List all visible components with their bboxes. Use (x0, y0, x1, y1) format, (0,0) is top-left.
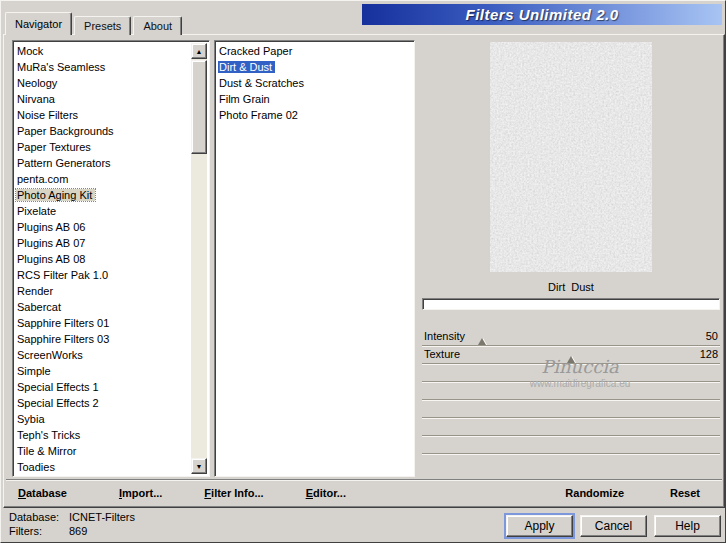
filter-list-items: Cracked PaperDirt & DustDust & Scratches… (218, 43, 411, 123)
category-item[interactable]: RCS Filter Pak 1.0 (16, 267, 190, 283)
category-item[interactable]: Noise Filters (16, 107, 190, 123)
help-button[interactable]: Help (654, 515, 721, 537)
status-bar: Database: ICNET-Filters Filters: 869 App… (1, 506, 725, 542)
database-label: Database: (9, 510, 69, 524)
tool-buttons-right: RandomizeReset (565, 487, 722, 499)
category-item[interactable]: Plugins AB 07 (16, 235, 190, 251)
status-info: Database: ICNET-Filters Filters: 869 (9, 510, 135, 538)
slider-row-intensity[interactable]: Intensity50 (422, 328, 720, 346)
category-list-items: MockMuRa's SeamlessNeologyNirvanaNoise F… (16, 43, 190, 475)
category-item[interactable]: Plugins AB 08 (16, 251, 190, 267)
category-item[interactable]: Sybia (16, 411, 190, 427)
filters-count-label: Filters: (9, 524, 69, 538)
category-item[interactable]: Plugins AB 06 (16, 219, 190, 235)
window-titlebar: Filters Unlimited 2.0 (362, 4, 722, 25)
slider-row-empty (422, 436, 720, 454)
cancel-button[interactable]: Cancel (580, 515, 647, 537)
slider-row-empty (422, 382, 720, 400)
category-item[interactable]: Sabercat (16, 299, 190, 315)
tab-presets[interactable]: Presets (74, 16, 131, 35)
category-item[interactable]: Simple (16, 363, 190, 379)
slider-row-texture[interactable]: Texture128 (422, 346, 720, 364)
down-arrow-icon: ▼ (196, 463, 203, 470)
category-item[interactable]: Teph's Tricks (16, 427, 190, 443)
filter-item[interactable]: Film Grain (218, 91, 411, 107)
preview-panel: Dirt Dust Intensity50Texture128 Pinuccia… (420, 40, 722, 480)
filter-item[interactable]: Cracked Paper (218, 43, 411, 59)
randomize-button[interactable]: Randomize (565, 487, 624, 499)
progress-bar (422, 298, 720, 310)
apply-button[interactable]: Apply (506, 515, 573, 537)
slider-value: 128 (700, 348, 718, 360)
category-scrollbar[interactable]: ▲ ▼ (191, 43, 207, 474)
database-button[interactable]: Database (18, 487, 67, 499)
slider-label: Texture (424, 348, 460, 360)
category-item[interactable]: Special Effects 1 (16, 379, 190, 395)
tab-about[interactable]: About (133, 16, 182, 35)
slider-row-empty (422, 418, 720, 436)
slider-value: 50 (706, 330, 718, 342)
category-item[interactable]: penta.com (16, 171, 190, 187)
filters-unlimited-window: Filters Unlimited 2.0 Navigator Presets … (0, 0, 726, 543)
filters-count-value: 869 (69, 524, 87, 538)
tool-row: DatabaseImport...Filter Info...Editor...… (6, 479, 722, 505)
category-item[interactable]: Pattern Generators (16, 155, 190, 171)
preview-caption: Dirt Dust (420, 281, 722, 293)
import-button[interactable]: Import... (119, 487, 162, 499)
filter-info-button[interactable]: Filter Info... (204, 487, 263, 499)
tool-buttons-left: DatabaseImport...Filter Info...Editor... (6, 487, 346, 499)
slider-label: Intensity (424, 330, 465, 342)
category-item[interactable]: Neology (16, 75, 190, 91)
category-item[interactable]: Nirvana (16, 91, 190, 107)
dialog-buttons: Apply Cancel Help (506, 515, 721, 537)
slider-row-empty (422, 400, 720, 418)
filter-item[interactable]: Dirt & Dust (218, 59, 411, 75)
category-item[interactable]: Pixelate (16, 203, 190, 219)
category-item[interactable]: Mock (16, 43, 190, 59)
database-value: ICNET-Filters (69, 510, 135, 524)
category-item[interactable]: ScreenWorks (16, 347, 190, 363)
preview-image (490, 42, 652, 272)
tab-navigator[interactable]: Navigator (5, 12, 72, 35)
category-item[interactable]: MuRa's Seamless (16, 59, 190, 75)
category-item[interactable]: Paper Textures (16, 139, 190, 155)
window-title: Filters Unlimited 2.0 (465, 6, 618, 23)
scroll-down-button[interactable]: ▼ (191, 458, 207, 474)
slider-controls: Intensity50Texture128 (422, 328, 720, 454)
tab-strip: Navigator Presets About (5, 12, 184, 35)
category-item[interactable]: Special Effects 2 (16, 395, 190, 411)
category-item[interactable]: Render (16, 283, 190, 299)
filter-list[interactable]: Cracked PaperDirt & DustDust & Scratches… (214, 40, 415, 477)
filter-item[interactable]: Dust & Scratches (218, 75, 411, 91)
category-item[interactable]: Tile & Mirror (16, 443, 190, 459)
category-list[interactable]: MockMuRa's SeamlessNeologyNirvanaNoise F… (12, 40, 210, 477)
scroll-up-button[interactable]: ▲ (191, 43, 207, 59)
category-item[interactable]: Paper Backgrounds (16, 123, 190, 139)
navigator-page: MockMuRa's SeamlessNeologyNirvanaNoise F… (3, 34, 725, 508)
category-item[interactable]: Sapphire Filters 03 (16, 331, 190, 347)
up-arrow-icon: ▲ (196, 48, 203, 55)
category-item[interactable]: Photo Aging Kit (16, 187, 190, 203)
editor-button[interactable]: Editor... (306, 487, 346, 499)
category-item[interactable]: Sapphire Filters 01 (16, 315, 190, 331)
filter-item[interactable]: Photo Frame 02 (218, 107, 411, 123)
slider-handle[interactable] (478, 338, 486, 345)
slider-row-empty (422, 364, 720, 382)
scrollbar-thumb[interactable] (191, 60, 207, 154)
category-item[interactable]: Toadies (16, 459, 190, 475)
reset-button[interactable]: Reset (670, 487, 700, 499)
slider-handle[interactable] (567, 356, 575, 363)
